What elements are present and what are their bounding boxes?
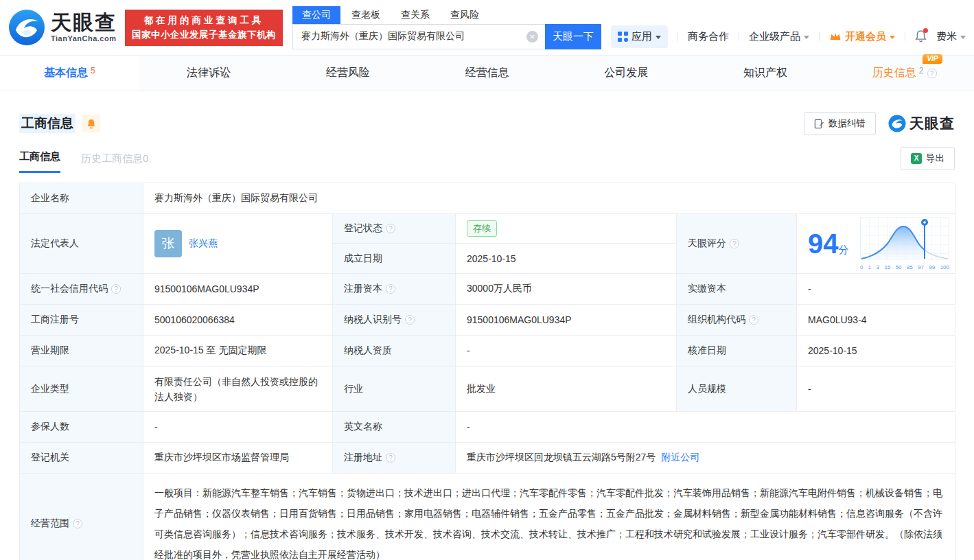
industry-label: 行业 — [333, 366, 456, 412]
search-tab-company[interactable]: 查公司 — [292, 6, 340, 24]
help-icon — [386, 453, 395, 463]
data-correction-label: 数据纠错 — [828, 117, 866, 130]
org-code-value: MAG0LU93-4 — [797, 305, 955, 336]
subtab-business-info[interactable]: 工商信息 — [19, 150, 60, 173]
paid-capital-label: 实缴资本 — [677, 274, 797, 305]
score-value[interactable]: 94分 — [797, 214, 955, 274]
reg-address-value: 重庆市沙坪坝区回龙坝镇五云湖路5号附27号 附近公司 — [456, 443, 955, 474]
search-tab-relation[interactable]: 查关系 — [391, 6, 439, 24]
label-text: 注册资本 — [344, 283, 382, 295]
industry-value: 批发业 — [456, 366, 677, 412]
reg-capital-value: 30000万人民币 — [456, 274, 677, 305]
tab-basic-info[interactable]: 基本信息 5 — [0, 56, 139, 91]
tab-count: 5 — [91, 66, 95, 75]
label-text: 纳税人识别号 — [344, 314, 402, 326]
apps-menu[interactable]: 应用 — [611, 25, 668, 48]
avatar[interactable]: 张 — [154, 230, 182, 257]
search-area: 查公司 查老板 查关系 查风险 天眼一下 — [292, 6, 601, 49]
credit-code-value: 91500106MAG0LU934P — [143, 274, 333, 305]
subtab-history-business-info[interactable]: 历史工商信息0 — [81, 152, 148, 173]
staff-size-value: - — [797, 366, 955, 412]
tab-company-development[interactable]: 公司发展 — [557, 56, 696, 91]
alert-bell-icon[interactable] — [82, 115, 100, 132]
label-text: 注册地址 — [344, 452, 382, 464]
tab-count: 2 — [919, 66, 924, 75]
notification-bell-icon[interactable] — [915, 30, 927, 43]
export-button[interactable]: 导出 — [901, 147, 955, 170]
tianyancha-logo-icon — [888, 115, 906, 132]
search-tabs: 查公司 查老板 查关系 查风险 — [292, 6, 601, 24]
tab-legal-litigation[interactable]: 法律诉讼 — [139, 56, 279, 91]
tianyancha-logo-icon — [8, 9, 45, 46]
legal-rep-link[interactable]: 张兴燕 — [189, 237, 218, 250]
tab-label: 基本信息 — [44, 66, 88, 80]
taxpayer-id-value: 91500106MAG0LU934P — [456, 305, 677, 336]
tab-operation-info[interactable]: 经营信息 — [417, 56, 557, 91]
edit-document-icon — [814, 119, 824, 129]
tab-label: 知识产权 — [743, 66, 787, 80]
tab-label: 法律诉讼 — [187, 66, 231, 80]
logo-text: 天眼查 — [51, 12, 117, 33]
reg-status-label: 登记状态 — [333, 214, 456, 244]
insured-count-value: - — [143, 412, 333, 443]
tab-label: 经营信息 — [465, 66, 509, 80]
crown-icon — [829, 32, 842, 41]
promo-banner: 都在用的商业查询工具 国家中小企业发展子基金旗下机构 — [125, 10, 283, 46]
label-text: 统一社会信用代码 — [31, 283, 108, 295]
menu-open-vip[interactable]: 开通会员 — [829, 30, 895, 43]
top-right-menu: 应用 商务合作 企业级产品 开通会员 费米 — [611, 25, 966, 48]
score-unit: 分 — [839, 244, 849, 255]
user-menu[interactable]: 费米 — [936, 30, 966, 43]
business-scope-label: 经营范围 — [20, 474, 143, 560]
company-name-value: 赛力斯海外（重庆）国际贸易有限公司 — [143, 183, 955, 214]
score-distribution-curve — [860, 218, 949, 261]
company-type-label: 企业类型 — [20, 366, 143, 412]
label-text: 登记状态 — [344, 222, 382, 235]
tianyancha-logo[interactable]: 天眼查 TianYanCha.com — [8, 9, 117, 46]
establish-date-value: 2025-10-15 — [456, 244, 677, 274]
legal-rep-label: 法定代表人 — [20, 214, 143, 274]
chevron-down-icon — [890, 36, 895, 39]
divider — [819, 32, 820, 41]
data-correction-button[interactable]: 数据纠错 — [804, 112, 876, 135]
promo-line-2: 国家中小企业发展子基金旗下机构 — [132, 29, 276, 41]
search-tab-risk[interactable]: 查风险 — [441, 6, 489, 24]
menu-enterprise-products[interactable]: 企业级产品 — [749, 30, 809, 43]
reg-authority-label: 登记机关 — [20, 443, 143, 474]
reg-status-value: 存续 — [456, 214, 677, 244]
insured-count-label: 参保人数 — [20, 412, 143, 443]
top-header: 天眼查 TianYanCha.com 都在用的商业查询工具 国家中小企业发展子基… — [0, 0, 974, 55]
notification-dot — [923, 28, 928, 33]
legal-rep-value: 张 张兴燕 — [143, 214, 333, 274]
help-icon — [405, 315, 415, 325]
business-info-table: 企业名称 赛力斯海外（重庆）国际贸易有限公司 法定代表人 张 张兴燕 登记状态 … — [19, 183, 955, 560]
menu-business-cooperation[interactable]: 商务合作 — [688, 30, 729, 43]
score-number: 94分 — [808, 230, 849, 257]
taxpayer-quality-value: - — [456, 336, 677, 366]
tab-label: 经营风险 — [326, 66, 370, 80]
tab-intellectual-property[interactable]: 知识产权 — [696, 56, 835, 91]
approval-date-value: 2025-10-15 — [797, 336, 955, 366]
business-term-label: 营业期限 — [20, 336, 143, 366]
tab-label: 历史信息 — [872, 66, 916, 80]
reg-capital-label: 注册资本 — [333, 274, 456, 305]
tab-label: 公司发展 — [604, 66, 648, 80]
reg-number-label: 工商注册号 — [20, 305, 143, 336]
tab-operation-risk[interactable]: 经营风险 — [278, 56, 417, 91]
business-scope-value: 一般项目：新能源汽车整车销售；汽车销售；货物进出口；技术进出口；进出口代理；汽车… — [143, 474, 955, 560]
credit-code-label: 统一社会信用代码 — [20, 274, 143, 305]
tab-history-info[interactable]: VIP 历史信息 2 — [835, 56, 974, 91]
watermark-logo: 天眼查 — [888, 114, 955, 133]
english-name-label: 英文名称 — [333, 412, 456, 443]
open-vip-label: 开通会员 — [845, 30, 886, 43]
divider — [905, 32, 905, 41]
watermark-text: 天眼查 — [909, 114, 955, 133]
chevron-down-icon — [656, 36, 661, 39]
search-input[interactable] — [292, 24, 545, 49]
divider — [739, 32, 739, 41]
search-button[interactable]: 天眼一下 — [545, 24, 601, 49]
address-text: 重庆市沙坪坝区回龙坝镇五云湖路5号附27号 — [467, 452, 656, 464]
nearby-companies-link[interactable]: 附近公司 — [661, 452, 699, 464]
search-tab-boss[interactable]: 查老板 — [342, 6, 390, 24]
help-icon — [749, 315, 758, 325]
